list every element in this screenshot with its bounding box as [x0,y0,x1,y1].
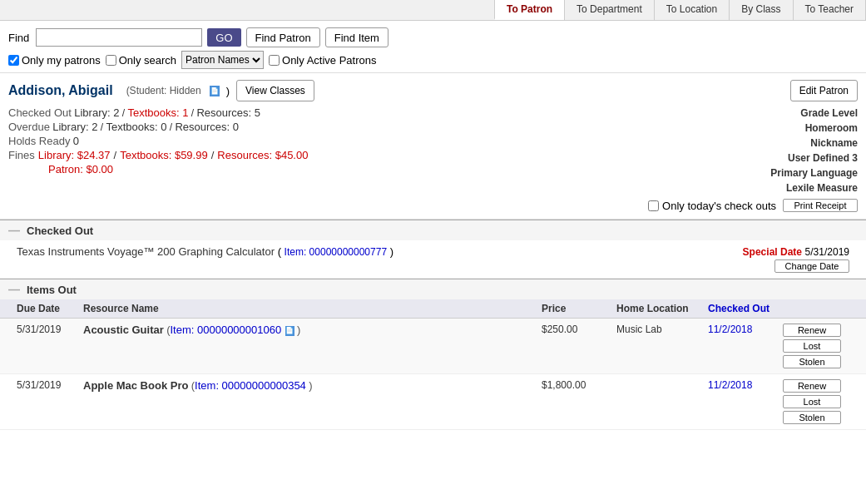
only-active-patrons-label[interactable]: Only Active Patrons [269,54,376,67]
col-checked-out-header: Checked Out [708,303,783,314]
only-search-label: Only search [119,54,176,67]
only-todays-label[interactable]: Only today's check outs [648,200,776,212]
only-todays-text: Only today's check outs [662,200,776,212]
row2-lost-button[interactable]: Lost [783,395,841,408]
tab-to-department[interactable]: To Department [564,0,654,20]
items-out-section-header: Items Out [0,279,866,299]
lexile-measure-label: Lexile Measure [786,182,858,194]
patron-type: (Student: Hidden [126,85,201,96]
row2-actions: Renew Lost Stolen [783,379,849,424]
only-active-patrons-text: Only Active Patrons [282,54,376,67]
checked-out-textbooks: Textbooks: 1 [127,106,188,119]
row2-price: $1,800.00 [542,379,616,391]
tab-to-patron[interactable]: To Patron [494,0,564,20]
col-price-header: Price [542,303,616,314]
row2-checked-out: 11/2/2018 [708,379,783,391]
row1-checked-out: 11/2/2018 [708,324,783,335]
row2-resource-name: Apple Mac Book Pro (Item: 00000000000354… [83,379,542,392]
tab-to-teacher[interactable]: To Teacher [793,0,866,20]
find-patron-button[interactable]: Find Patron [246,27,320,47]
view-classes-button[interactable]: View Classes [236,80,314,101]
only-search-checkbox[interactable] [106,55,116,66]
row1-actions: Renew Lost Stolen [783,324,849,368]
overdue-textbooks: Textbooks: 0 [106,121,166,133]
items-out-table-header: Due Date Resource Name Price Home Locati… [0,299,866,319]
holds-ready-label: Holds Ready [8,135,70,147]
go-button[interactable]: GO [207,28,240,47]
col-resource-name-header: Resource Name [83,303,542,314]
holds-ready-val: 0 [73,135,79,147]
edit-patron-button[interactable]: Edit Patron [790,80,858,101]
row1-due-date: 5/31/2019 [17,324,83,335]
row1-resource-name: Acoustic Guitar (Item: 00000000001060 📄 … [83,324,542,336]
row1-stolen-button[interactable]: Stolen [783,355,841,368]
row1-doc-icon: 📄 [285,326,294,336]
row1-price: $250.00 [542,324,616,335]
tab-by-class[interactable]: By Class [729,0,792,20]
checked-out-item-title: Texas Instruments Voyage™ 200 Graphing C… [17,245,275,258]
doc-icon: 📄 [210,86,220,96]
table-row: 5/31/2019 Apple Mac Book Pro (Item: 0000… [0,374,866,430]
find-item-button[interactable]: Find Item [325,27,388,47]
only-active-patrons-checkbox[interactable] [269,55,280,66]
table-row: 5/31/2019 Acoustic Guitar (Item: 0000000… [0,319,866,374]
print-receipt-button[interactable]: Print Receipt [783,199,858,212]
checked-out-item-number: Item: 00000000000777 [285,246,387,258]
special-date-val: 5/31/2019 [805,246,849,258]
checked-out-resources: Resources: 5 [196,106,260,119]
row1-home-location: Music Lab [616,324,708,335]
fines-patron: Patron: $0.00 [48,163,113,175]
only-search-checkbox-label[interactable]: Only search [106,54,176,67]
checked-out-library: Library: 2 [74,106,119,119]
fines-resources: Resources: $45.00 [217,149,308,161]
primary-language-label: Primary Language [770,167,858,179]
checked-out-label: Checked Out [8,106,72,119]
col-home-location-header: Home Location [616,303,708,314]
patron-name: Addison, Abigail [8,83,113,98]
only-todays-checkbox[interactable] [648,200,659,211]
fines-library: Library: $24.37 [38,149,111,161]
row2-stolen-button[interactable]: Stolen [783,411,841,424]
only-my-patrons-checkbox[interactable] [8,55,19,66]
overdue-library: Library: 2 [52,121,97,133]
only-my-patrons-label: Only my patrons [22,54,101,67]
user-defined-3-label: User Defined 3 [788,152,858,164]
tab-to-location[interactable]: To Location [654,0,729,20]
overdue-resources: Resources: 0 [175,121,239,133]
col-due-date-header: Due Date [17,303,83,314]
row2-renew-button[interactable]: Renew [783,379,841,393]
search-bar: Find GO Find Patron Find Item Only my pa… [0,21,866,73]
row1-renew-button[interactable]: Renew [783,324,841,337]
only-my-patrons-checkbox-label[interactable]: Only my patrons [8,54,101,67]
special-date-label: Special Date [743,246,802,258]
row1-lost-button[interactable]: Lost [783,339,841,353]
fines-textbooks: Textbooks: $59.99 [120,149,208,161]
checked-out-section-header: Checked Out [0,220,866,240]
change-date-button[interactable]: Change Date [774,259,849,273]
search-input[interactable] [36,28,202,47]
search-select[interactable]: Patron Names [181,51,264,69]
row2-due-date: 5/31/2019 [17,379,83,391]
grade-level-label: Grade Level [800,107,858,119]
patron-section: Addison, Abigail (Student: Hidden 📄) Vie… [0,73,866,220]
checked-out-item: Texas Instruments Voyage™ 200 Graphing C… [0,240,866,279]
find-label: Find [8,32,29,44]
fines-label: Fines [8,149,35,161]
nickname-label: Nickname [810,137,858,149]
overdue-label: Overdue [8,121,50,133]
homeroom-label: Homeroom [805,122,858,134]
